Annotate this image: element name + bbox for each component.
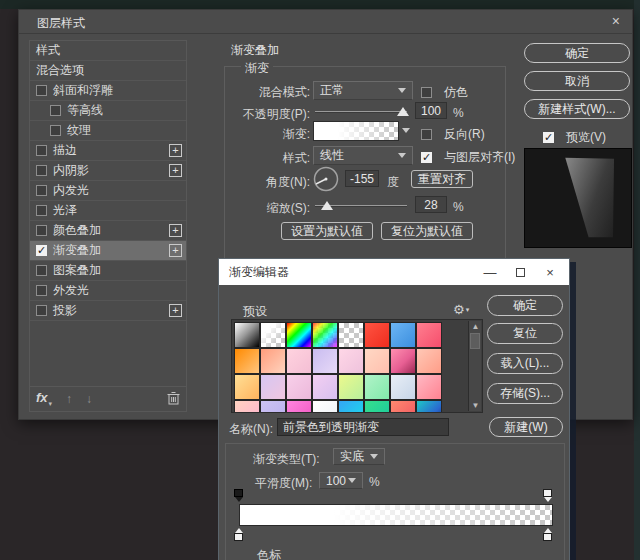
opacity-stop-left[interactable]	[234, 489, 244, 502]
sidebar-item-3[interactable]: 等高线	[30, 101, 186, 121]
angle-dial[interactable]	[313, 166, 339, 192]
reverse-checkbox[interactable]	[421, 129, 432, 140]
color-stop-right[interactable]	[543, 528, 553, 541]
ok-button[interactable]: 确定	[524, 43, 630, 63]
layer-style-titlebar[interactable]: 图层样式 ×	[19, 10, 632, 34]
effect-checkbox[interactable]	[36, 245, 47, 256]
effect-checkbox[interactable]	[50, 125, 61, 136]
scrollbar-thumb[interactable]	[470, 333, 480, 349]
gradient-preset-5[interactable]	[364, 322, 390, 348]
gradient-preset-18[interactable]	[286, 374, 312, 400]
close-icon[interactable]: ×	[612, 13, 620, 29]
move-down-icon[interactable]: ↓	[86, 392, 92, 406]
preset-scrollbar[interactable]: ▲ ▼	[468, 321, 481, 411]
gradient-preset-4[interactable]	[338, 322, 364, 348]
add-instance-icon[interactable]: +	[169, 244, 182, 257]
gradient-preset-20[interactable]	[338, 374, 364, 400]
opacity-slider-thumb[interactable]	[397, 107, 409, 116]
ge-save-button[interactable]: 存储(S)...	[487, 383, 563, 404]
effect-checkbox[interactable]	[36, 305, 47, 316]
effect-checkbox[interactable]	[50, 105, 61, 116]
gradient-preset-9[interactable]	[260, 348, 286, 374]
gradient-preset-17[interactable]	[260, 374, 286, 400]
gear-icon[interactable]: ⚙	[453, 302, 469, 317]
sidebar-item-6[interactable]: 内阴影+	[30, 161, 186, 181]
ge-new-button[interactable]: 新建(W)	[489, 417, 563, 437]
gradient-editor-titlebar[interactable]: 渐变编辑器 — ×	[219, 259, 569, 285]
add-instance-icon[interactable]: +	[169, 304, 182, 317]
gradient-preset-22[interactable]	[390, 374, 416, 400]
sidebar-item-10[interactable]: 渐变叠加+	[30, 241, 186, 261]
gradient-preset-1[interactable]	[260, 322, 286, 348]
add-instance-icon[interactable]: +	[169, 164, 182, 177]
effect-checkbox[interactable]	[36, 85, 47, 96]
effect-checkbox[interactable]	[36, 225, 47, 236]
close-icon[interactable]: ×	[535, 265, 565, 280]
align-checkbox-row[interactable]: 与图层对齐(I)	[421, 149, 515, 166]
opacity-value[interactable]: 100	[415, 102, 447, 119]
angle-value[interactable]: -155	[345, 170, 379, 187]
gradient-preset-8[interactable]	[234, 348, 260, 374]
gradient-type-dropdown[interactable]: 实底	[333, 448, 385, 465]
gradient-preset-27[interactable]	[312, 400, 338, 413]
gradient-preset-29[interactable]	[364, 400, 390, 413]
gradient-preset-19[interactable]	[312, 374, 338, 400]
opacity-stop-right[interactable]	[543, 489, 553, 502]
new-style-button[interactable]: 新建样式(W)...	[524, 99, 630, 119]
gradient-preset-30[interactable]	[390, 400, 416, 413]
scale-slider[interactable]	[315, 205, 407, 207]
name-input[interactable]	[277, 418, 449, 436]
gradient-preset-25[interactable]	[260, 400, 286, 413]
gradient-preset-3[interactable]	[312, 322, 338, 348]
opacity-slider[interactable]	[315, 111, 407, 113]
effect-checkbox[interactable]	[36, 205, 47, 216]
sidebar-item-9[interactable]: 颜色叠加+	[30, 221, 186, 241]
gradient-preset-21[interactable]	[364, 374, 390, 400]
blend-mode-dropdown[interactable]: 正常	[313, 81, 413, 100]
gradient-preset-0[interactable]	[234, 322, 260, 348]
fx-menu-icon[interactable]: fx	[36, 390, 52, 408]
gradient-bar[interactable]	[239, 504, 553, 526]
chevron-down-icon[interactable]	[402, 128, 410, 133]
gradient-preset-26[interactable]	[286, 400, 312, 413]
sidebar-item-4[interactable]: 纹理	[30, 121, 186, 141]
gradient-preset-31[interactable]	[416, 400, 442, 413]
gradient-preset-2[interactable]	[286, 322, 312, 348]
gradient-preset-14[interactable]	[390, 348, 416, 374]
effect-checkbox[interactable]	[36, 265, 47, 276]
sidebar-item-11[interactable]: 图案叠加	[30, 261, 186, 281]
effect-checkbox[interactable]	[36, 145, 47, 156]
sidebar-item-12[interactable]: 外发光	[30, 281, 186, 301]
set-default-button[interactable]: 设置为默认值	[281, 222, 373, 240]
minimize-icon[interactable]: —	[475, 265, 505, 280]
effect-checkbox[interactable]	[36, 165, 47, 176]
scale-value[interactable]: 28	[415, 196, 447, 213]
sidebar-item-7[interactable]: 内发光	[30, 181, 186, 201]
ge-ok-button[interactable]: 确定	[487, 295, 563, 316]
scroll-up-icon[interactable]: ▲	[469, 322, 482, 331]
gradient-preset-15[interactable]	[416, 348, 442, 374]
gradient-preset-7[interactable]	[416, 322, 442, 348]
sidebar-item-13[interactable]: 投影+	[30, 301, 186, 321]
dither-checkbox[interactable]	[421, 87, 432, 98]
gradient-preset-23[interactable]	[416, 374, 442, 400]
sidebar-item-1[interactable]: 混合选项	[30, 61, 186, 81]
gradient-preset-28[interactable]	[338, 400, 364, 413]
add-instance-icon[interactable]: +	[169, 224, 182, 237]
ge-reset-button[interactable]: 复位	[487, 323, 563, 344]
sidebar-item-5[interactable]: 描边+	[30, 141, 186, 161]
smoothness-dropdown[interactable]: 100	[319, 472, 363, 489]
cancel-button[interactable]: 取消	[524, 71, 630, 91]
style-dropdown[interactable]: 线性	[313, 146, 413, 165]
gradient-swatch[interactable]	[313, 121, 399, 141]
ge-load-button[interactable]: 载入(L)...	[487, 353, 563, 374]
gradient-preset-24[interactable]	[234, 400, 260, 413]
reverse-checkbox-row[interactable]: 反向(R)	[421, 126, 485, 143]
delete-effect-icon[interactable]	[167, 391, 180, 408]
add-instance-icon[interactable]: +	[169, 144, 182, 157]
dither-checkbox-row[interactable]: 仿色	[421, 84, 468, 101]
sidebar-item-8[interactable]: 光泽	[30, 201, 186, 221]
scale-slider-thumb[interactable]	[321, 201, 333, 210]
gradient-preset-16[interactable]	[234, 374, 260, 400]
sidebar-item-2[interactable]: 斜面和浮雕	[30, 81, 186, 101]
